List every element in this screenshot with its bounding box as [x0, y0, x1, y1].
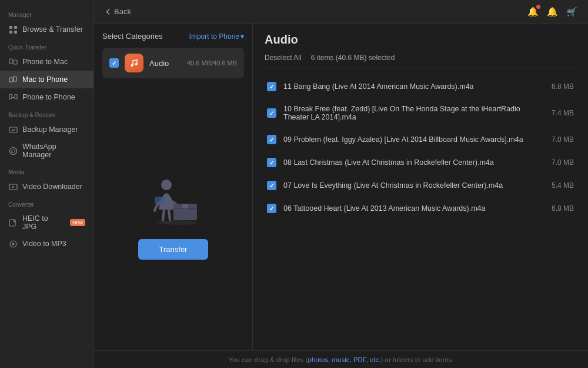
svg-rect-4: [9, 59, 12, 64]
illustration-svg: [138, 168, 209, 227]
sidebar-item-mac-to-phone-label: Mac to Phone: [22, 75, 68, 84]
sidebar-item-video-to-mp3[interactable]: Video to MP3: [0, 235, 93, 253]
file-checkbox-4[interactable]: ✓: [267, 181, 276, 190]
audio-panel-title: Audio: [265, 33, 576, 47]
file-name-3: 08 Last Christmas (Live At Christmas in …: [283, 158, 537, 167]
file-row: ✓ 11 Bang Bang (Live At 2014 American Mu…: [265, 75, 576, 98]
quick-transfer-section-label: Quick Transfer: [0, 38, 93, 53]
file-name-1: 10 Break Free (feat. Zedd) [Live On The …: [283, 105, 537, 121]
audio-category-icon: [125, 54, 143, 72]
back-label: Back: [114, 7, 131, 16]
sidebar-item-phone-to-phone[interactable]: Phone to Phone: [0, 88, 93, 106]
main-area: Back 🔔 🔔 🛒 Select Categories Import to P…: [94, 0, 588, 368]
file-checkbox-3[interactable]: ✓: [267, 158, 276, 167]
svg-rect-0: [9, 26, 12, 29]
backup-restore-section-label: Backup & Restore: [0, 106, 93, 121]
sidebar-item-whatsapp-manager-label: WhatsApp Manager: [22, 142, 85, 159]
file-row: ✓ 10 Break Free (feat. Zedd) [Live On Th…: [265, 98, 576, 128]
svg-rect-20: [155, 197, 165, 204]
sidebar-item-whatsapp-manager[interactable]: WhatsApp Manager: [0, 138, 93, 163]
media-section-label: Media: [0, 163, 93, 178]
backup-manager-icon: [8, 125, 18, 134]
svg-point-11: [9, 147, 16, 154]
bottom-bar-text-before: You can drag & drop files (: [228, 356, 308, 363]
sidebar-item-phone-to-mac[interactable]: Phone to Mac: [0, 53, 93, 71]
svg-rect-2: [9, 31, 12, 34]
sidebar-item-heic-label: HEIC to JPG: [22, 214, 63, 231]
svg-rect-3: [14, 31, 17, 34]
bottom-bar: You can drag & drop files ( photos, musi…: [94, 350, 588, 368]
file-row: ✓ 09 Problem (feat. Iggy Azalea) [Live A…: [265, 128, 576, 151]
audio-category-size: 40.6 MB/40.6 MB: [187, 59, 237, 67]
header: Back 🔔 🔔 🛒: [94, 0, 588, 24]
whatsapp-icon: [8, 146, 18, 155]
audio-category-name: Audio: [149, 59, 181, 68]
file-size-0: 6.8 MB: [544, 82, 574, 91]
categories-panel: Select Categories Import to Phone ▾ ✓: [94, 24, 253, 350]
svg-rect-6: [14, 77, 16, 81]
bottom-bar-link[interactable]: photos, music, PDF, etc.: [308, 356, 381, 363]
svg-rect-9: [15, 94, 17, 99]
file-row: ✓ 06 Tattooed Heart (Live At 2013 Americ…: [265, 197, 576, 220]
phone-to-phone-icon: [8, 92, 18, 102]
cart-icon[interactable]: 🛒: [566, 6, 577, 17]
sidebar-item-video-to-mp3-label: Video to MP3: [22, 240, 66, 248]
file-list: ✓ 11 Bang Bang (Live At 2014 American Mu…: [265, 75, 576, 341]
heic-icon: [8, 218, 18, 227]
audio-panel: Audio Deselect All 6 items (40.6 MB) sel…: [253, 24, 588, 350]
sidebar-item-phone-to-phone-label: Phone to Phone: [22, 93, 75, 101]
video-downloader-icon: [8, 182, 18, 191]
file-row: ✓ 07 Love Is Eveything (Live At Christma…: [265, 174, 576, 197]
audio-category-row[interactable]: ✓ Audio 40.6 MB/40.6 MB: [102, 48, 244, 78]
svg-rect-8: [9, 94, 12, 99]
notification-icon-wrapper[interactable]: 🔔: [527, 6, 539, 17]
phone-to-mac-icon: [8, 57, 18, 67]
file-checkbox-0[interactable]: ✓: [267, 82, 276, 91]
transfer-button[interactable]: Transfer: [138, 239, 209, 260]
file-size-1: 7.4 MB: [544, 109, 574, 117]
svg-rect-7: [9, 78, 13, 82]
sidebar-item-backup-manager[interactable]: Backup Manager: [0, 121, 93, 138]
illustration-area: Transfer: [102, 85, 244, 342]
content-area: Select Categories Import to Phone ▾ ✓: [94, 24, 588, 350]
notification-dot: [536, 5, 540, 9]
file-checkbox-1[interactable]: ✓: [267, 108, 276, 118]
video-to-mp3-icon: [8, 239, 18, 248]
svg-rect-5: [14, 60, 17, 64]
bell-icon[interactable]: 🔔: [547, 6, 558, 17]
audio-checkbox[interactable]: ✓: [109, 58, 119, 68]
file-size-2: 7.0 MB: [544, 135, 574, 144]
sidebar-item-video-downloader-label: Video Downloader: [22, 183, 82, 191]
sidebar-item-heic-to-jpg[interactable]: HEIC to JPG New: [0, 210, 93, 235]
file-size-5: 6.8 MB: [544, 204, 574, 213]
categories-title: Select Categories: [102, 32, 163, 41]
file-row: ✓ 08 Last Christmas (Live At Christmas i…: [265, 151, 576, 174]
new-badge: New: [70, 219, 85, 226]
converter-section-label: Converter: [0, 195, 93, 210]
mac-to-phone-icon: [8, 75, 18, 84]
file-name-5: 06 Tattooed Heart (Live At 2013 American…: [283, 204, 537, 213]
file-size-3: 7.0 MB: [544, 158, 574, 167]
file-name-2: 09 Problem (feat. Iggy Azalea) [Live At …: [283, 135, 537, 144]
file-size-4: 5.4 MB: [544, 181, 574, 190]
sidebar-item-mac-to-phone[interactable]: Mac to Phone: [0, 71, 93, 88]
file-checkbox-5[interactable]: ✓: [267, 204, 276, 213]
svg-point-15: [12, 243, 14, 245]
svg-point-16: [131, 64, 133, 67]
svg-point-17: [135, 63, 138, 65]
manager-section-label: Manager: [0, 6, 93, 21]
svg-point-18: [161, 180, 172, 190]
svg-point-22: [156, 221, 173, 224]
back-button[interactable]: Back: [105, 7, 131, 16]
sidebar-item-phone-to-mac-label: Phone to Mac: [22, 58, 68, 66]
selection-info: 6 items (40.6 MB) selected: [311, 54, 395, 62]
file-checkbox-2[interactable]: ✓: [267, 135, 276, 144]
deselect-all-button[interactable]: Deselect All: [265, 54, 302, 62]
bottom-bar-text-after: ) or folders to add items.: [381, 356, 454, 363]
import-to-phone-button[interactable]: Import to Phone ▾: [189, 32, 244, 41]
sidebar-item-browse-transfer-label: Browse & Transfer: [22, 25, 83, 34]
file-name-4: 07 Love Is Eveything (Live At Christmas …: [283, 181, 537, 190]
sidebar-item-browse-transfer[interactable]: Browse & Transfer: [0, 21, 93, 38]
header-icons: 🔔 🔔 🛒: [527, 6, 577, 17]
sidebar-item-video-downloader[interactable]: Video Downloader: [0, 178, 93, 195]
